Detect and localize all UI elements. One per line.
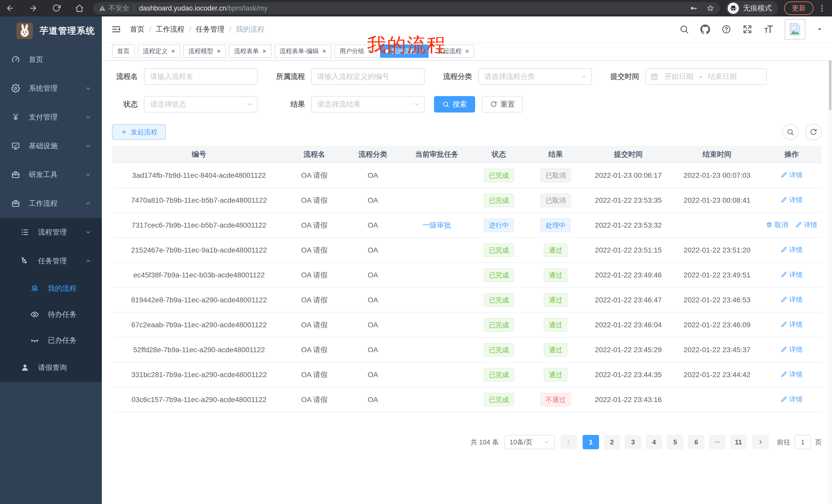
- page-button-6[interactable]: 6: [688, 435, 704, 449]
- breadcrumb-item[interactable]: 任务管理: [196, 24, 225, 34]
- tab-home[interactable]: 首页: [112, 45, 135, 58]
- detail-link[interactable]: 详情: [781, 195, 803, 204]
- sidebar-item-payment-management[interactable]: 支付管理: [0, 103, 102, 132]
- detail-link[interactable]: 详情: [795, 220, 817, 229]
- cell-status: 已完成: [470, 387, 527, 412]
- tab-user-group[interactable]: 用户分组×: [335, 45, 377, 58]
- create-process-button[interactable]: 发起流程: [112, 124, 165, 140]
- close-icon[interactable]: ×: [368, 48, 372, 54]
- github-icon[interactable]: [700, 24, 710, 34]
- date-range-picker[interactable]: -: [645, 68, 767, 85]
- cancel-link[interactable]: 取消: [766, 220, 788, 229]
- detail-link[interactable]: 详情: [781, 245, 803, 254]
- refresh-table-button[interactable]: [805, 124, 822, 140]
- sidebar-item-system-management[interactable]: 系统管理: [0, 74, 102, 103]
- cell-current-task: [403, 237, 470, 262]
- page-button-1[interactable]: 1: [582, 435, 599, 449]
- app-title: 芋道管理系统: [40, 25, 95, 37]
- close-icon[interactable]: ×: [171, 48, 175, 54]
- detail-link[interactable]: 详情: [781, 370, 803, 379]
- security-warning-icon[interactable]: [99, 5, 106, 12]
- browser-menu-icon[interactable]: [817, 4, 826, 12]
- sidebar-item-process-management[interactable]: 流程管理: [0, 218, 102, 247]
- breadcrumb-item[interactable]: 首页: [130, 24, 145, 34]
- breadcrumb-item[interactable]: 工作流程: [156, 24, 185, 34]
- current-task-link[interactable]: 一级审批: [422, 221, 451, 229]
- tab-start-process[interactable]: 发起流程×: [432, 45, 474, 58]
- sidebar-item-label: 请假查询: [38, 363, 67, 372]
- sidebar-item-dev-tools[interactable]: 研发工具: [0, 160, 102, 189]
- result-select[interactable]: [311, 96, 425, 113]
- page-scrollbar[interactable]: [828, 17, 832, 504]
- address-bar[interactable]: 不安全 dashboard.yudao.iocoder.cn /bpm/task…: [93, 2, 720, 15]
- password-key-icon[interactable]: [690, 4, 698, 12]
- more-pages-button[interactable]: [709, 435, 726, 449]
- home-icon[interactable]: [75, 4, 84, 12]
- sidebar-item-infrastructure[interactable]: 基础设施: [0, 132, 102, 160]
- start-date-input[interactable]: [658, 73, 699, 81]
- font-size-icon[interactable]: [763, 24, 773, 34]
- close-icon[interactable]: ×: [217, 48, 220, 54]
- category-select[interactable]: [478, 68, 592, 85]
- status-select[interactable]: [144, 96, 258, 113]
- cell-process-name: OA 请假: [286, 312, 343, 337]
- page-button-4[interactable]: 4: [646, 435, 662, 449]
- sidebar-item-my-process[interactable]: 我的流程: [0, 275, 102, 301]
- breadcrumb-item: 我的流程: [236, 24, 265, 34]
- close-icon[interactable]: ×: [322, 48, 326, 54]
- tab-process-form[interactable]: 流程表单×: [229, 45, 271, 58]
- cell-submit-time: 2022-01-22 23:44:35: [584, 362, 673, 387]
- detail-link[interactable]: 详情: [781, 295, 803, 304]
- process-name-input[interactable]: [144, 68, 258, 85]
- page-button-11[interactable]: 11: [730, 435, 747, 449]
- page-button-2[interactable]: 2: [604, 435, 620, 449]
- goto-page-input[interactable]: [795, 435, 811, 449]
- forward-icon[interactable]: [29, 4, 37, 12]
- parent-process-input[interactable]: [311, 68, 425, 85]
- reload-icon[interactable]: [52, 4, 61, 12]
- tab-process-model[interactable]: 流程模型×: [183, 45, 226, 58]
- page-size-select[interactable]: 10条/页: [504, 435, 555, 449]
- tab-process-form-edit[interactable]: 流程表单-编辑×: [275, 45, 331, 58]
- sidebar-item-todo-tasks[interactable]: 待办任务: [0, 301, 102, 327]
- help-icon[interactable]: [722, 24, 731, 34]
- fullscreen-icon[interactable]: [743, 24, 752, 34]
- search-icon[interactable]: [679, 24, 689, 34]
- reset-button[interactable]: 重置: [482, 96, 523, 113]
- search-button[interactable]: 搜索: [434, 96, 475, 113]
- sidebar-item-leave-query[interactable]: 请假查询: [0, 353, 102, 382]
- end-date-input[interactable]: [702, 73, 743, 81]
- detail-link[interactable]: 详情: [781, 270, 803, 279]
- sidebar-collapse-icon[interactable]: [111, 24, 121, 34]
- page-button-5[interactable]: 5: [667, 435, 683, 449]
- avatar[interactable]: [785, 19, 805, 39]
- next-page-button[interactable]: [752, 435, 769, 449]
- close-icon[interactable]: ×: [465, 48, 469, 54]
- detail-link[interactable]: 详情: [781, 345, 803, 354]
- page-button-3[interactable]: 3: [625, 435, 641, 449]
- sidebar-item-home[interactable]: 首页: [0, 45, 102, 74]
- detail-link[interactable]: 详情: [781, 171, 803, 179]
- close-icon[interactable]: ×: [262, 48, 266, 54]
- tags-view-bar: 首页流程定义×流程模型×流程表单×流程表单-编辑×用户分组×我的流程×发起流程×: [102, 42, 832, 61]
- detail-link[interactable]: 详情: [781, 395, 803, 404]
- tab-process-definition[interactable]: 流程定义×: [138, 45, 180, 58]
- chrome-update-button[interactable]: 更新: [784, 2, 813, 15]
- tab-my-process[interactable]: 我的流程×: [380, 45, 428, 58]
- sidebar-item-workflow[interactable]: 工作流程: [0, 189, 102, 218]
- app-logo-row[interactable]: 芋道管理系统: [0, 17, 102, 45]
- caret-down-icon[interactable]: [816, 26, 823, 32]
- prev-page-button[interactable]: [561, 435, 577, 449]
- sidebar-item-done-tasks[interactable]: 已办任务: [0, 327, 102, 353]
- detail-link[interactable]: 详情: [781, 320, 803, 329]
- cell-process-id: 819442e8-7b9a-11ec-a290-acde48001122: [112, 287, 286, 312]
- table-toolbar: 发起流程: [112, 124, 822, 140]
- gear-icon: [11, 84, 20, 93]
- security-label[interactable]: 不安全: [108, 4, 129, 13]
- cell-category: OA: [343, 362, 403, 387]
- bookmark-star-icon[interactable]: [706, 4, 714, 12]
- back-icon[interactable]: [6, 4, 15, 12]
- sidebar-item-task-management[interactable]: 任务管理: [0, 247, 102, 275]
- toggle-search-button[interactable]: [782, 124, 799, 140]
- close-icon[interactable]: ×: [420, 48, 423, 54]
